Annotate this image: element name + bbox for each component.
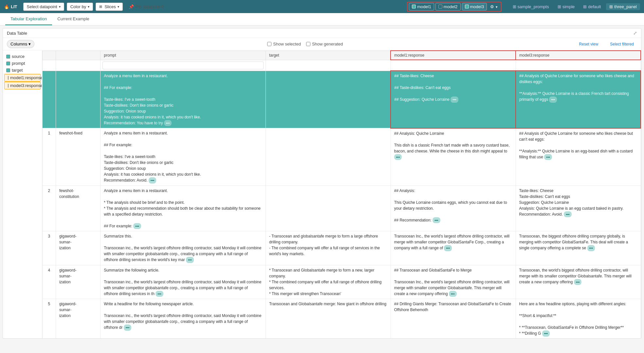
ellipsis-btn-r2-prompt[interactable]: •••	[133, 223, 141, 229]
data-table-panel: Data Table ⤢ Columns ▾ Show selected Sho…	[3, 28, 641, 339]
col-item-prompt: prompt	[3, 60, 42, 67]
model2-checkbox	[438, 5, 442, 9]
show-selected-checkbox[interactable]	[267, 42, 271, 46]
layout-simple-btn[interactable]: ⊞ simple	[554, 3, 578, 10]
chevron-down-icon: ▾	[59, 5, 61, 9]
col-checkbox-target[interactable]	[6, 68, 10, 72]
ellipsis-btn-r4-prompt[interactable]: •••	[156, 291, 163, 297]
row-target-2	[266, 185, 391, 231]
col-checkbox-model3[interactable]	[8, 84, 9, 88]
row-model3-2: Taste-likes: Cheese Taste-dislikes: Can'…	[516, 185, 641, 231]
row-prompt-selected: Analyze a menu item in a restaurant. ## …	[101, 71, 266, 128]
tab-current-example[interactable]: Current Example	[52, 13, 95, 25]
slices-btn[interactable]: ⊞ Slices ▾	[96, 3, 123, 11]
fire-icon: 🔥	[4, 4, 9, 9]
th-prompt: prompt	[101, 51, 266, 60]
panel-title: Data Table	[7, 31, 629, 36]
row-model1-1: ## Analysis: Quiche Lorraine This dish i…	[391, 128, 516, 186]
row-model3-3: Transocean, the biggest offshore drillin…	[516, 231, 641, 265]
th-model3-response: model3:response	[516, 51, 641, 60]
ellipsis-btn-hl-m1[interactable]: •••	[451, 97, 458, 103]
highlighted-row[interactable]: Analyze a menu item in a restaurant. ## …	[43, 71, 641, 128]
reset-view-btn[interactable]: Reset view	[576, 41, 602, 48]
table-row[interactable]: 3 gigaword-sumar-ization Summarize this.…	[43, 231, 641, 265]
model-settings-btn[interactable]: ⚙ ▾	[488, 3, 499, 10]
ellipsis-btn-r1-prompt[interactable]: •••	[149, 177, 156, 184]
top-nav: 🔥 LIT Select datapoint ▾ Color by ▾ ⊞ Sl…	[0, 0, 644, 13]
col-checkbox-source[interactable]	[6, 55, 10, 59]
row-prompt-1: Analyze a menu item in a restaurant. ## …	[101, 128, 266, 186]
expand-icon[interactable]: ⤢	[633, 30, 637, 36]
row-source-1: fewshot-fixed	[56, 128, 100, 186]
layout-sample-prompts-btn[interactable]: ⊞ sample_prompts	[509, 3, 552, 10]
row-prompt-4: Summarize the following article. Transoc…	[101, 265, 266, 299]
select-filtered-btn[interactable]: Select filtered	[607, 41, 637, 48]
ellipsis-btn-hl-prompt[interactable]: •••	[164, 120, 172, 126]
table-container[interactable]: prompt target model1:response model3:res…	[42, 50, 641, 338]
row-num-selected	[43, 71, 56, 128]
row-num-1: 1	[43, 128, 56, 186]
ellipsis-btn-r4-m1[interactable]: •••	[449, 291, 457, 297]
app-title-text: LIT	[11, 4, 17, 9]
show-generated-label[interactable]: Show generated	[306, 42, 343, 46]
table-row[interactable]: 4 gigaword-sumar-ization Summarize the f…	[43, 265, 641, 299]
model3-checkbox	[465, 5, 469, 9]
chevron-down-icon: ▾	[118, 5, 119, 9]
model1-btn[interactable]: model1	[409, 3, 434, 10]
col-item-source: source	[3, 53, 42, 60]
content-area: source prompt target model1:response mod…	[3, 50, 641, 338]
row-prompt-5: Write a headline for the following newsp…	[101, 299, 266, 339]
layout-default-btn[interactable]: ⊞ default	[580, 3, 604, 10]
show-generated-checkbox[interactable]	[306, 42, 310, 46]
col-checkbox-prompt[interactable]	[6, 62, 10, 65]
pin-datapoint-btn[interactable]: 📌 Pin datapoint 0	[125, 3, 167, 10]
col-label-prompt: prompt	[12, 61, 25, 66]
ellipsis-btn-r4-m3[interactable]: •••	[574, 279, 582, 285]
row-model1-3: Transocean Inc., the world's largest off…	[391, 231, 516, 265]
col-checkbox-model1[interactable]	[8, 76, 9, 80]
ellipsis-btn-r3-prompt[interactable]: •••	[186, 257, 194, 263]
table-row[interactable]: 5 gigaword-sumar-ization Write a headlin…	[43, 299, 641, 339]
col-label-source: source	[12, 54, 25, 59]
row-target-4: * Transocean and Globalsantafe merge to …	[266, 265, 391, 299]
col-label-model3: model3:response	[10, 83, 42, 88]
select-datapoint-btn[interactable]: Select datapoint ▾	[23, 3, 64, 11]
ellipsis-btn-r3-m1[interactable]: •••	[444, 245, 452, 251]
row-num-2: 2	[43, 185, 56, 231]
tabs-bar: Tabular Exploration Current Example	[0, 13, 644, 26]
ellipsis-btn-r1-m3[interactable]: •••	[544, 154, 552, 160]
ellipsis-btn-r2-m3[interactable]: •••	[564, 211, 572, 218]
th-rownum	[43, 51, 56, 60]
row-target-selected	[266, 71, 391, 128]
ellipsis-btn-r3-m3[interactable]: •••	[587, 245, 595, 251]
chevron-down-icon: ▾	[496, 5, 498, 9]
ellipsis-btn-r1-m1[interactable]: •••	[394, 154, 402, 160]
table-row[interactable]: 2 fewshot-constitution Analyze a menu it…	[43, 185, 641, 231]
ellipsis-btn-r5-prompt[interactable]: •••	[124, 325, 132, 331]
model2-btn[interactable]: model2	[435, 3, 461, 10]
row-model1-4: ## Transocean and GlobalSantaFe to Merge…	[391, 265, 516, 299]
ellipsis-btn-hl-m3[interactable]: •••	[549, 97, 557, 103]
search-row	[43, 60, 641, 71]
grid-icon: ⊞	[583, 4, 587, 9]
show-selected-label[interactable]: Show selected	[267, 42, 301, 46]
ellipsis-btn-r5-m3[interactable]: •••	[542, 330, 550, 337]
table-row[interactable]: 1 fewshot-fixed Analyze a menu item in a…	[43, 128, 641, 186]
color-by-btn[interactable]: Color by ▾	[67, 3, 93, 11]
row-model3-4: Transocean, the world's biggest offshore…	[516, 265, 641, 299]
model3-btn[interactable]: model3	[462, 3, 487, 10]
col-item-model3-response: model3:response	[4, 82, 41, 89]
ellipsis-btn-r2-m1[interactable]: •••	[432, 217, 440, 223]
th-model1-response: model1:response	[391, 51, 516, 60]
row-target-3: - Transocean and globalsantafe merge to …	[266, 231, 391, 265]
col-item-target: target	[3, 67, 42, 74]
model-selector-group: model1 model2 model3 ⚙ ▾	[407, 2, 501, 12]
tab-tabular-exploration[interactable]: Tabular Exploration	[5, 13, 52, 25]
columns-dropdown-btn[interactable]: Columns ▾	[7, 40, 34, 48]
row-source-5: gigaword-sumar-ization	[56, 299, 100, 339]
search-prompt-input[interactable]	[102, 62, 264, 69]
row-prompt-3: Summarize this. Transocean inc., the wor…	[101, 231, 266, 265]
row-num-4: 4	[43, 265, 56, 299]
gear-icon: ⚙	[490, 4, 494, 9]
layout-three-panel-btn[interactable]: ⊞ three_panel	[606, 3, 640, 10]
